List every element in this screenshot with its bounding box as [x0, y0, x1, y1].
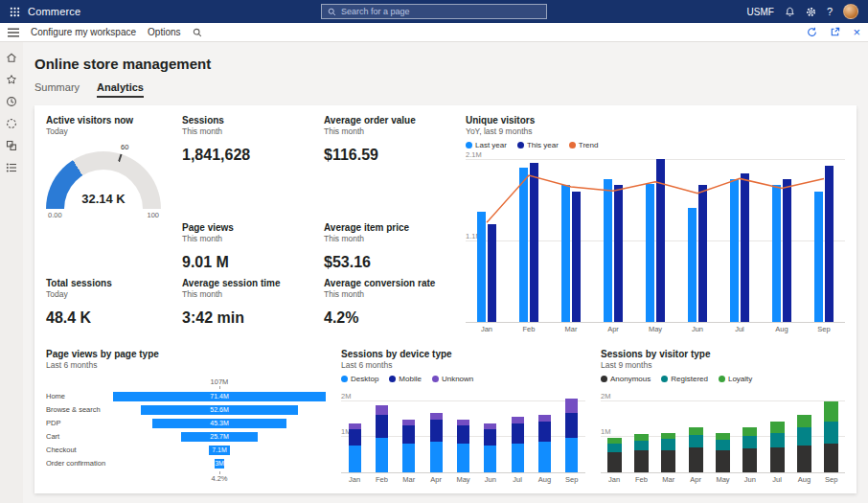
bar-segment[interactable]: [770, 433, 785, 447]
bar-segment[interactable]: [661, 439, 675, 449]
kpi-page-views[interactable]: Page views This month 9.01 M: [182, 222, 324, 278]
bar[interactable]: [825, 166, 834, 322]
stacked-bar[interactable]: [512, 393, 524, 472]
options-button[interactable]: Options: [148, 27, 180, 37]
bar[interactable]: [741, 173, 749, 322]
bar-segment[interactable]: [484, 429, 496, 446]
rail-workspaces-icon[interactable]: [6, 140, 17, 151]
bar-segment[interactable]: [824, 401, 838, 422]
configure-workspace-button[interactable]: Configure my workspace: [31, 27, 136, 37]
bar[interactable]: [519, 168, 528, 323]
tab-analytics[interactable]: Analytics: [97, 81, 144, 98]
kpi-sessions[interactable]: Sessions This month 1,841,628: [182, 115, 324, 222]
bar-segment[interactable]: [565, 413, 578, 438]
company-selector[interactable]: USMF: [747, 7, 774, 17]
bar[interactable]: [561, 185, 570, 322]
bar[interactable]: [614, 185, 623, 322]
bar[interactable]: [656, 159, 665, 322]
stacked-bar[interactable]: [430, 393, 443, 472]
funnel-bar[interactable]: 25.7M: [181, 432, 258, 442]
bar[interactable]: [783, 179, 791, 322]
global-search[interactable]: [321, 4, 547, 19]
bar-segment[interactable]: [512, 417, 524, 423]
notifications-bell-icon[interactable]: [785, 7, 795, 17]
bar-segment[interactable]: [742, 448, 757, 472]
bar[interactable]: [604, 179, 612, 322]
bar-segment[interactable]: [538, 422, 551, 442]
bar[interactable]: [772, 185, 781, 322]
bar-segment[interactable]: [661, 433, 675, 440]
bar[interactable]: [477, 212, 486, 322]
bar-segment[interactable]: [349, 446, 361, 472]
bar[interactable]: [572, 192, 581, 322]
stacked-bar[interactable]: [607, 393, 622, 472]
kpi-total-sessions[interactable]: Total sessions Today 48.4 K: [46, 278, 182, 337]
bar-segment[interactable]: [538, 415, 551, 422]
funnel-bar[interactable]: 71.4M: [113, 392, 326, 401]
legend-item[interactable]: Mobile: [389, 375, 422, 383]
bar-segment[interactable]: [689, 435, 703, 447]
stacked-bar[interactable]: [742, 393, 757, 472]
stacked-bar[interactable]: [402, 393, 415, 472]
settings-gear-icon[interactable]: [806, 7, 816, 17]
bar-segment[interactable]: [457, 425, 469, 444]
funnel-bar[interactable]: 7.1M: [209, 446, 230, 455]
kpi-average-item-price[interactable]: Average item price This month $53.16: [324, 222, 466, 278]
funnel-bar[interactable]: 45.3M: [152, 419, 287, 428]
bar-segment[interactable]: [430, 442, 443, 472]
bar-segment[interactable]: [402, 444, 415, 472]
bar-segment[interactable]: [716, 450, 730, 472]
legend-item[interactable]: This year: [517, 141, 559, 149]
bar-segment[interactable]: [689, 447, 703, 472]
bar-segment[interactable]: [634, 450, 649, 472]
bar[interactable]: [698, 185, 707, 322]
stacked-bar[interactable]: [634, 393, 649, 472]
stacked-bar[interactable]: [661, 393, 675, 472]
bar-segment[interactable]: [512, 423, 524, 444]
bar-segment[interactable]: [376, 415, 388, 439]
stacked-bar[interactable]: [770, 393, 785, 472]
bar-segment[interactable]: [716, 433, 730, 441]
bar-segment[interactable]: [376, 405, 388, 414]
legend-item[interactable]: Last year: [466, 141, 507, 149]
bar-segment[interactable]: [484, 446, 496, 472]
stacked-bar[interactable]: [797, 393, 811, 472]
tab-summary[interactable]: Summary: [34, 81, 80, 98]
bar-segment[interactable]: [402, 425, 415, 444]
rail-favorites-star-icon[interactable]: [6, 74, 17, 85]
waffle-menu-icon[interactable]: [10, 7, 20, 17]
bar-segment[interactable]: [565, 438, 578, 472]
kpi-active-visitors[interactable]: Active visitors now Today 60 32.14 K 0.0…: [46, 115, 182, 278]
app-title[interactable]: Commerce: [28, 6, 80, 17]
bar-segment[interactable]: [797, 415, 811, 427]
kpi-average-conversion-rate[interactable]: Average conversion rate This month 4.2%: [324, 278, 466, 337]
rail-modules-icon[interactable]: [6, 162, 17, 173]
help-icon[interactable]: ?: [827, 6, 833, 17]
bar-segment[interactable]: [430, 420, 443, 442]
bar-segment[interactable]: [607, 452, 622, 472]
stacked-bar[interactable]: [484, 393, 496, 472]
stacked-bar[interactable]: [538, 393, 551, 472]
bar-segment[interactable]: [689, 427, 703, 435]
bar-segment[interactable]: [742, 427, 757, 436]
bar-segment[interactable]: [376, 438, 388, 472]
bar-segment[interactable]: [349, 429, 361, 446]
bar-segment[interactable]: [716, 440, 730, 450]
bar-segment[interactable]: [824, 444, 838, 472]
legend-item[interactable]: Trend: [569, 141, 599, 149]
bar-segment[interactable]: [538, 442, 551, 472]
bar-segment[interactable]: [797, 446, 811, 472]
bar[interactable]: [530, 163, 538, 322]
bar-segment[interactable]: [457, 444, 469, 472]
bar[interactable]: [730, 179, 739, 322]
funnel-bar[interactable]: 3M: [215, 459, 223, 469]
stacked-bar[interactable]: [689, 393, 703, 472]
bar[interactable]: [814, 192, 823, 322]
bar-segment[interactable]: [770, 447, 785, 472]
legend-item[interactable]: Desktop: [341, 375, 378, 383]
bar[interactable]: [688, 208, 697, 322]
nav-hamburger-icon[interactable]: [8, 28, 19, 37]
bar[interactable]: [488, 224, 496, 322]
bar-segment[interactable]: [797, 427, 811, 446]
user-avatar[interactable]: [843, 4, 858, 19]
